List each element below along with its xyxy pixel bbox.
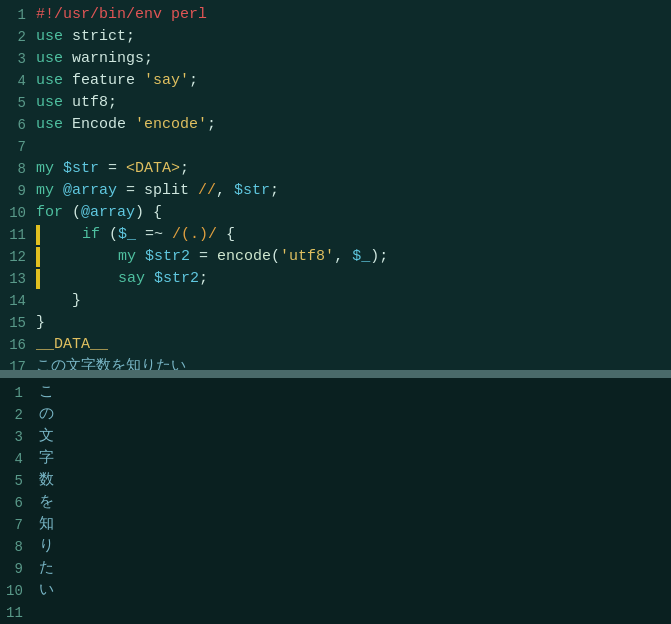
code-content-bottom: こ の 文 字 数 を 知 り た い (35, 382, 671, 624)
bottom-line-1: こ (39, 382, 667, 404)
bottom-line-8: り (39, 536, 667, 558)
japanese-input: この文字数を知りたい (36, 356, 186, 370)
code-line-6: use Encode 'encode'; (36, 114, 667, 136)
code-line-14: } (36, 290, 667, 312)
code-line-1: #!/usr/bin/env perl (36, 4, 667, 26)
code-line-9: my @array = split //, $str; (36, 180, 667, 202)
code-line-13: say $str2; (36, 268, 667, 290)
code-line-17: この文字数を知りたい (36, 356, 667, 370)
code-line-3: use warnings; (36, 48, 667, 70)
top-editor-pane: 1 2 3 4 5 6 7 8 9 10 11 12 13 14 15 16 1… (0, 0, 671, 370)
code-line-2: use strict; (36, 26, 667, 48)
bottom-line-5: 数 (39, 470, 667, 492)
pane-divider (0, 370, 671, 378)
bottom-line-9: た (39, 558, 667, 580)
bottom-line-11 (39, 602, 667, 624)
line-numbers-bottom: 1 2 3 4 5 6 7 8 9 10 11 (0, 382, 35, 624)
shebang-line: #!/usr/bin/env perl (36, 4, 207, 26)
code-line-11: if ($_ =~ /(.)/ { (36, 224, 667, 246)
code-line-12: my $str2 = encode('utf8', $_); (36, 246, 667, 268)
code-line-15: } (36, 312, 667, 334)
bottom-line-10: い (39, 580, 667, 602)
code-line-16: __DATA__ (36, 334, 667, 356)
bottom-editor-pane: 1 2 3 4 5 6 7 8 9 10 11 こ の 文 字 数 を 知 り … (0, 378, 671, 624)
code-line-10: for (@array) { (36, 202, 667, 224)
keyword-use: use (36, 26, 63, 48)
bottom-line-7: 知 (39, 514, 667, 536)
code-line-4: use feature 'say'; (36, 70, 667, 92)
code-content-top: #!/usr/bin/env perl use strict; use warn… (32, 4, 671, 370)
bottom-line-4: 字 (39, 448, 667, 470)
yellow-bar-indicator (36, 225, 40, 245)
code-line-7 (36, 136, 667, 158)
line-numbers-top: 1 2 3 4 5 6 7 8 9 10 11 12 13 14 15 16 1… (0, 4, 32, 370)
data-marker: __DATA__ (36, 334, 108, 356)
code-line-8: my $str = <DATA>; (36, 158, 667, 180)
code-line-5: use utf8; (36, 92, 667, 114)
bottom-line-6: を (39, 492, 667, 514)
bottom-line-3: 文 (39, 426, 667, 448)
bottom-line-2: の (39, 404, 667, 426)
